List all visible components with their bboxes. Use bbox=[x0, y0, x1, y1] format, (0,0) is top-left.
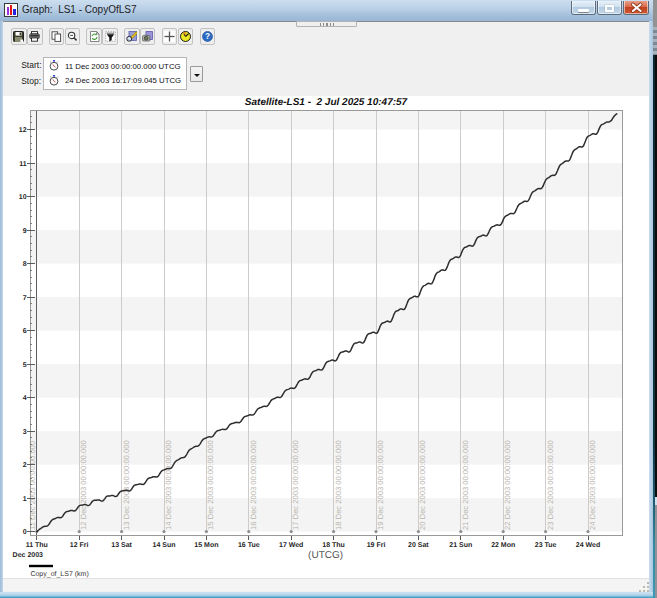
svg-text:10: 10 bbox=[19, 194, 27, 201]
svg-text:11 Thu: 11 Thu bbox=[26, 540, 48, 548]
svg-text:23 Dec 2003 00:00:00.000: 23 Dec 2003 00:00:00.000 bbox=[546, 440, 555, 530]
svg-text:17 Dec 2003 00:00:00.000: 17 Dec 2003 00:00:00.000 bbox=[291, 440, 300, 530]
svg-text:13 Sat: 13 Sat bbox=[111, 541, 132, 548]
svg-text:12 Fri: 12 Fri bbox=[70, 540, 89, 548]
svg-text:15 Mon: 15 Mon bbox=[194, 541, 218, 548]
svg-text:12 Dec 2003 00:00:00.000: 12 Dec 2003 00:00:00.000 bbox=[79, 440, 88, 530]
svg-text:20 Dec 2003 00:00:00.000: 20 Dec 2003 00:00:00.000 bbox=[418, 440, 427, 530]
svg-text:14 Sun: 14 Sun bbox=[153, 541, 176, 548]
svg-text:12: 12 bbox=[19, 127, 27, 134]
svg-text:1: 1 bbox=[23, 495, 27, 502]
svg-text:21 Sun: 21 Sun bbox=[449, 541, 472, 548]
svg-text:22 Dec 2003 00:00:00.000: 22 Dec 2003 00:00:00.000 bbox=[503, 440, 512, 530]
svg-text:19 Dec 2003 00:00:00.000: 19 Dec 2003 00:00:00.000 bbox=[376, 440, 385, 530]
svg-text:22 Mon: 22 Mon bbox=[491, 541, 515, 548]
svg-text:?: ? bbox=[205, 33, 210, 42]
svg-text:Dec 2003: Dec 2003 bbox=[13, 551, 43, 558]
svg-text:(UTCG): (UTCG) bbox=[308, 550, 343, 561]
svg-text:0: 0 bbox=[23, 529, 27, 536]
svg-text:20 Sat: 20 Sat bbox=[408, 541, 429, 548]
svg-text:3: 3 bbox=[23, 428, 27, 435]
svg-text:13 Dec 2003 00:00:00.000: 13 Dec 2003 00:00:00.000 bbox=[122, 440, 131, 530]
svg-text:5: 5 bbox=[23, 361, 27, 368]
svg-text:Copy_of_LS7 (km): Copy_of_LS7 (km) bbox=[30, 570, 88, 578]
svg-text:15 Dec 2003 00:00:00.000: 15 Dec 2003 00:00:00.000 bbox=[206, 440, 215, 530]
svg-text:24 Dec 2003 00:00:00.000: 24 Dec 2003 00:00:00.000 bbox=[588, 440, 597, 530]
svg-text:8: 8 bbox=[23, 261, 27, 268]
svg-text:4: 4 bbox=[23, 395, 27, 402]
svg-text:17 Wed: 17 Wed bbox=[279, 540, 303, 548]
svg-text:9: 9 bbox=[23, 227, 27, 234]
svg-text:14 Dec 2003 00:00:00.000: 14 Dec 2003 00:00:00.000 bbox=[164, 440, 173, 530]
svg-text:16 Dec 2003 00:00:00.000: 16 Dec 2003 00:00:00.000 bbox=[249, 440, 258, 530]
svg-text:19 Fri: 19 Fri bbox=[367, 540, 386, 548]
svg-text:24 Wed: 24 Wed bbox=[576, 540, 600, 548]
svg-text:18 Thu: 18 Thu bbox=[322, 540, 345, 548]
svg-text:18 Dec 2003 00:00:00.000: 18 Dec 2003 00:00:00.000 bbox=[334, 440, 343, 530]
svg-text:11: 11 bbox=[19, 160, 27, 167]
svg-text:23 Tue: 23 Tue bbox=[535, 541, 557, 548]
svg-text:21 Dec 2003 00:00:00.000: 21 Dec 2003 00:00:00.000 bbox=[461, 440, 470, 530]
svg-text:16 Tue: 16 Tue bbox=[238, 541, 260, 548]
svg-text:2: 2 bbox=[23, 462, 27, 469]
svg-text:6: 6 bbox=[23, 328, 27, 335]
svg-text:Satellite-LS1 - 2 Jul 2025 10: Satellite-LS1 - 2 Jul 2025 10:47:57 bbox=[245, 97, 408, 108]
svg-text:7: 7 bbox=[23, 294, 27, 301]
